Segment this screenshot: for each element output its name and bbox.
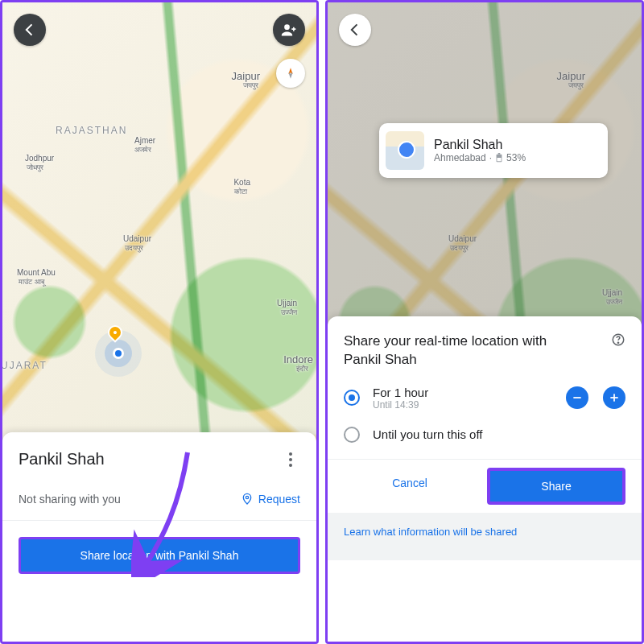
help-icon[interactable]	[611, 332, 625, 347]
person-add-icon	[281, 22, 297, 38]
opt1-sub: Until 14:39	[373, 399, 428, 411]
cancel-button[interactable]: Cancel	[344, 468, 476, 505]
svg-point-0	[284, 24, 290, 30]
arrow-left-icon	[22, 22, 38, 38]
increase-duration-button[interactable]	[603, 386, 625, 409]
compass-button[interactable]	[276, 59, 305, 88]
svg-rect-6	[497, 158, 501, 161]
label-jodhpur-hi: जोधपुर	[27, 163, 43, 172]
decrease-duration-button[interactable]	[566, 386, 588, 409]
svg-point-8	[617, 342, 618, 343]
label-jaipur: Jaipur	[557, 70, 585, 82]
minus-icon	[572, 392, 583, 403]
label-kota-hi: कोटा	[234, 188, 247, 196]
label-mountabu: Mount Abu	[17, 268, 56, 277]
label-udaipur: Udaipur	[448, 234, 477, 243]
contact-card[interactable]: Pankil Shah Ahmedabad · 53%	[379, 123, 608, 178]
add-person-button[interactable]	[273, 14, 305, 46]
contact-sheet: Pankil Shah Not sharing with you Request…	[2, 432, 316, 642]
svg-rect-9	[573, 398, 580, 399]
duration-option-1hour[interactable]: For 1 hour Until 14:39	[328, 378, 642, 419]
cancel-label: Cancel	[392, 477, 427, 489]
share-sheet: Share your real-time location with Panki…	[328, 316, 642, 642]
pin-outline-icon	[241, 493, 254, 506]
svg-marker-2	[288, 72, 292, 79]
arrow-left-icon	[347, 22, 363, 38]
label-jaipur-hi: जयपुर	[568, 81, 584, 90]
label-ujjain-hi: उज्जैन	[281, 308, 297, 317]
request-label: Request	[258, 493, 300, 506]
overflow-menu-button[interactable]	[281, 452, 300, 467]
plus-icon	[609, 392, 620, 403]
share-location-label: Share location with Pankil Shah	[80, 549, 239, 562]
label-mountabu-hi: माउंट आबू	[19, 278, 44, 287]
label-udaipur: Udaipur	[123, 234, 151, 243]
duration-option-until-off[interactable]: Until you turn this off	[328, 419, 642, 451]
share-label: Share	[541, 480, 571, 493]
radio-unselected-icon	[344, 427, 360, 443]
label-udaipur-hi: उदयपुर	[125, 244, 143, 253]
info-link[interactable]: Learn what information will be shared	[328, 513, 642, 560]
sharing-status: Not sharing with you	[19, 493, 121, 506]
label-rajasthan: RAJASTHAN	[56, 125, 127, 136]
opt2-label: Until you turn this off	[373, 427, 482, 441]
back-button[interactable]	[14, 14, 46, 46]
label-jaipur-hi: जयपुर	[243, 81, 258, 90]
label-indore: Indore	[283, 353, 313, 365]
contact-name: Pankil Shah	[19, 450, 105, 469]
svg-rect-11	[613, 394, 615, 402]
share-location-button[interactable]: Share location with Pankil Shah	[19, 537, 300, 574]
left-screenshot: Jaipur जयपुर RAJASTHAN Jodhpur जोधपुर Aj…	[0, 0, 319, 644]
svg-point-3	[246, 496, 248, 498]
contact-card-name: Pankil Shah	[434, 138, 526, 152]
compass-icon	[284, 67, 297, 80]
svg-rect-5	[498, 153, 501, 155]
battery-icon	[495, 153, 503, 163]
location-pin[interactable]	[105, 322, 125, 342]
label-kota: Kota	[233, 178, 250, 187]
contact-card-battery: 53%	[506, 152, 526, 163]
info-link-label: Learn what information will be shared	[344, 526, 517, 538]
current-location-dot	[113, 348, 124, 359]
opt1-label: For 1 hour	[373, 386, 428, 399]
share-button[interactable]: Share	[487, 468, 625, 505]
label-jaipur: Jaipur	[232, 70, 260, 82]
contact-card-city: Ahmedabad	[434, 152, 486, 163]
label-udaipur-hi: उदयपुर	[450, 244, 469, 253]
label-indore-hi: इंदौर	[296, 365, 308, 374]
avatar-map-thumb	[386, 131, 424, 170]
right-screenshot: Jaipur जयपुर Udaipur उदयपुर Ujjain उज्जै…	[325, 0, 644, 644]
label-ujjain: Ujjain	[602, 288, 622, 297]
label-ujjain-hi: उज्जैन	[606, 298, 622, 307]
request-location-button[interactable]: Request	[241, 493, 300, 506]
share-sheet-title: Share your real-time location with Panki…	[344, 332, 585, 369]
back-button[interactable]	[339, 14, 371, 46]
label-ujjain: Ujjain	[277, 299, 297, 308]
radio-selected-icon	[344, 390, 360, 406]
divider	[328, 459, 642, 460]
label-ajmer: Ajmer	[134, 136, 155, 145]
label-ajmer-hi: अजमेर	[134, 146, 151, 155]
label-ujarat: UJARAT	[1, 360, 47, 371]
label-jodhpur: Jodhpur	[25, 154, 54, 163]
